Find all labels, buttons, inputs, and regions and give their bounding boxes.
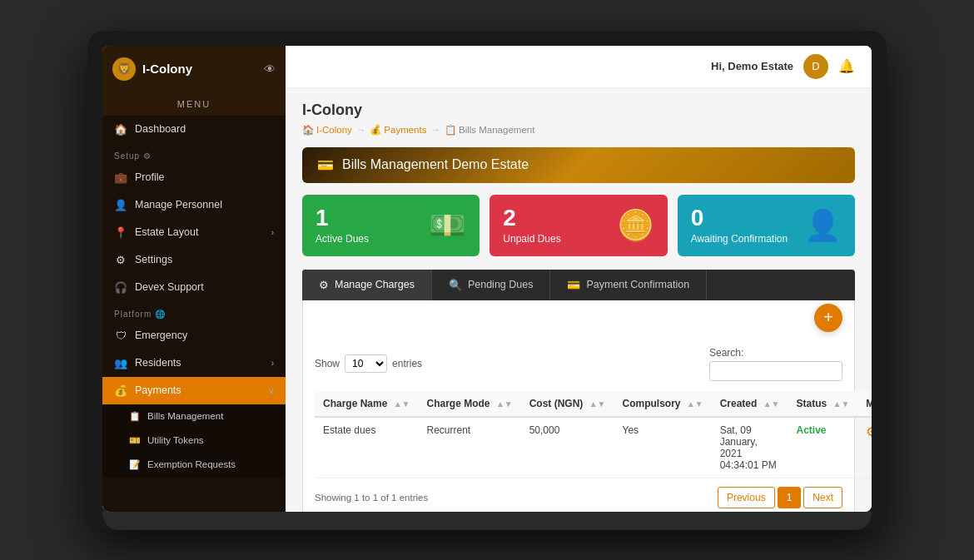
tab-payment-confirmation[interactable]: 💳 Payment Confirmation bbox=[550, 270, 707, 300]
sidebar-subitem-bills-management[interactable]: 📋 Bills Management bbox=[102, 404, 286, 429]
profile-icon: 💼 bbox=[114, 171, 127, 184]
tab-pending-dues[interactable]: 🔍 Pending Dues bbox=[432, 270, 551, 300]
sort-charge-name-icon[interactable]: ▲▼ bbox=[394, 399, 410, 409]
table-row: Estate dues Recurrent 50,000 Yes Sat, 09… bbox=[315, 417, 872, 478]
bills-header-icon: 💳 bbox=[317, 157, 334, 173]
utility-tokens-icon: 🎫 bbox=[129, 435, 141, 446]
breadcrumb: 🏠 I-Colony → 💰 Payments → 📋 Bills Manage… bbox=[302, 124, 855, 136]
add-charge-button[interactable]: + bbox=[814, 304, 842, 332]
residents-icon: 👥 bbox=[114, 357, 127, 369]
dashboard-label: Dashboard bbox=[135, 123, 186, 135]
sort-status-icon[interactable]: ▲▼ bbox=[833, 399, 850, 409]
emergency-icon: 🛡 bbox=[114, 330, 127, 342]
exemption-requests-icon: 📝 bbox=[129, 459, 141, 470]
sort-created-icon[interactable]: ▲▼ bbox=[763, 399, 780, 409]
dashboard-icon: 🏠 bbox=[114, 123, 127, 136]
exemption-requests-label: Exemption Requests bbox=[147, 459, 236, 469]
cell-status: Active bbox=[788, 417, 857, 478]
col-compulsory: Compulsory ▲▼ bbox=[614, 391, 711, 417]
cell-charge-mode: Recurrent bbox=[419, 417, 521, 478]
platform-section-label: Platform 🌐 bbox=[102, 301, 286, 322]
sidebar-item-settings[interactable]: ⚙ Settings bbox=[102, 246, 286, 274]
sidebar-item-estate-layout[interactable]: 📍 Estate Layout › bbox=[102, 219, 286, 246]
bills-management-icon: 📋 bbox=[129, 411, 141, 422]
username: Demo Estate bbox=[728, 60, 793, 72]
page-1-button[interactable]: 1 bbox=[778, 487, 802, 508]
table-footer: Showing 1 to 1 of 1 entries Previous 1 N… bbox=[315, 487, 842, 508]
table-info: Showing 1 to 1 of 1 entries bbox=[315, 493, 428, 503]
brand-name: I-Colony bbox=[142, 62, 192, 76]
devex-icon: 🎧 bbox=[114, 281, 127, 294]
pagination: Previous 1 Next bbox=[718, 487, 842, 508]
table-controls: Show 10 25 50 100 entries Search bbox=[315, 347, 842, 381]
active-dues-number: 1 bbox=[316, 206, 369, 230]
residents-label: Residents bbox=[135, 357, 181, 369]
sort-charge-mode-icon[interactable]: ▲▼ bbox=[496, 399, 513, 409]
sort-compulsory-icon[interactable]: ▲▼ bbox=[687, 399, 703, 409]
utility-tokens-label: Utility Tokens bbox=[147, 435, 204, 445]
devex-label: Devex Support bbox=[135, 281, 204, 293]
emergency-label: Emergency bbox=[135, 330, 187, 341]
active-dues-label: Active Dues bbox=[316, 233, 369, 245]
previous-button[interactable]: Previous bbox=[718, 487, 775, 508]
stat-card-unpaid-dues: 2 Unpaid Dues 🪙 bbox=[489, 195, 667, 256]
pending-dues-tab-label: Pending Dues bbox=[468, 279, 534, 290]
cell-cost: 50,000 bbox=[521, 417, 614, 478]
payments-label: Payments bbox=[135, 384, 181, 396]
col-manage: Manage bbox=[857, 391, 872, 417]
sidebar-item-profile[interactable]: 💼 Profile bbox=[102, 164, 286, 191]
cell-charge-name: Estate dues bbox=[315, 417, 419, 478]
add-btn-wrap: + bbox=[315, 312, 842, 340]
col-cost: Cost (NGN) ▲▼ bbox=[521, 391, 614, 417]
sidebar-subitem-exemption-requests[interactable]: 📝 Exemption Requests bbox=[102, 453, 286, 477]
bills-management-header: 💳 Bills Management Demo Estate bbox=[302, 147, 855, 183]
active-dues-icon: 💵 bbox=[429, 208, 466, 243]
bell-icon[interactable]: 🔔 bbox=[838, 58, 855, 74]
brand-bar: 🦁 I-Colony 👁 bbox=[102, 46, 286, 92]
eye-icon[interactable]: 👁 bbox=[264, 62, 276, 76]
sidebar: 🦁 I-Colony 👁 MENU 🏠 Dashboard Setup ⚙ 💼 … bbox=[102, 46, 286, 512]
payment-confirmation-tab-label: Payment Confirmation bbox=[586, 279, 689, 290]
sidebar-subitem-utility-tokens[interactable]: 🎫 Utility Tokens bbox=[102, 429, 286, 453]
sort-cost-icon[interactable]: ▲▼ bbox=[589, 399, 606, 409]
sidebar-item-residents[interactable]: 👥 Residents › bbox=[102, 349, 286, 377]
search-input[interactable] bbox=[709, 361, 842, 381]
payments-icon: 💰 bbox=[114, 384, 127, 397]
stat-cards: 1 Active Dues 💵 2 Unpaid Dues 🪙 bbox=[302, 195, 855, 256]
personnel-icon: 👤 bbox=[114, 199, 127, 211]
search-label: Search: bbox=[709, 347, 743, 359]
tab-manage-charges[interactable]: ⚙ Manage Charges bbox=[302, 270, 432, 300]
residents-chevron: › bbox=[271, 359, 274, 368]
pending-dues-tab-icon: 🔍 bbox=[449, 279, 462, 291]
unpaid-dues-icon: 🪙 bbox=[617, 208, 654, 243]
entries-select[interactable]: 10 25 50 100 bbox=[345, 354, 387, 373]
bills-management-label: Bills Management bbox=[147, 411, 223, 421]
breadcrumb-payments[interactable]: 💰 Payments bbox=[370, 124, 426, 136]
personnel-label: Manage Personnel bbox=[135, 199, 222, 211]
tabs-bar: ⚙ Manage Charges 🔍 Pending Dues 💳 Paymen… bbox=[302, 270, 855, 300]
setup-section-label: Setup ⚙ bbox=[102, 143, 286, 164]
breadcrumb-icolony[interactable]: 🏠 I-Colony bbox=[302, 124, 352, 136]
unpaid-dues-label: Unpaid Dues bbox=[503, 233, 560, 245]
next-button[interactable]: Next bbox=[803, 487, 842, 508]
sidebar-item-emergency[interactable]: 🛡 Emergency bbox=[102, 322, 286, 349]
sidebar-item-manage-personnel[interactable]: 👤 Manage Personnel bbox=[102, 191, 286, 219]
layout-icon: 📍 bbox=[114, 226, 127, 239]
awaiting-number: 0 bbox=[691, 206, 788, 230]
payments-chevron: ∨ bbox=[268, 386, 274, 395]
col-charge-name: Charge Name ▲▼ bbox=[315, 391, 419, 417]
unpaid-dues-number: 2 bbox=[503, 206, 560, 230]
bills-header-title: Bills Management Demo Estate bbox=[342, 157, 529, 172]
breadcrumb-sep-1: → bbox=[356, 125, 366, 135]
manage-gear-icon[interactable]: ⚙ bbox=[866, 424, 872, 439]
cell-created: Sat, 09 January, 2021 04:34:01 PM bbox=[712, 417, 788, 478]
table-header-row: Charge Name ▲▼ Charge Mode ▲▼ Cost (NGN) bbox=[315, 391, 872, 417]
show-entries-control: Show 10 25 50 100 entries bbox=[315, 354, 422, 373]
sidebar-item-dashboard[interactable]: 🏠 Dashboard bbox=[102, 116, 286, 143]
greeting-text: Hi, Demo Estate bbox=[711, 60, 793, 72]
sidebar-item-devex-support[interactable]: 🎧 Devex Support bbox=[102, 274, 286, 301]
sidebar-item-payments[interactable]: 💰 Payments ∨ bbox=[102, 377, 286, 404]
col-created: Created ▲▼ bbox=[712, 391, 788, 417]
stat-card-active-dues: 1 Active Dues 💵 bbox=[302, 195, 480, 256]
table-section: + Show 10 25 50 100 e bbox=[302, 300, 855, 512]
